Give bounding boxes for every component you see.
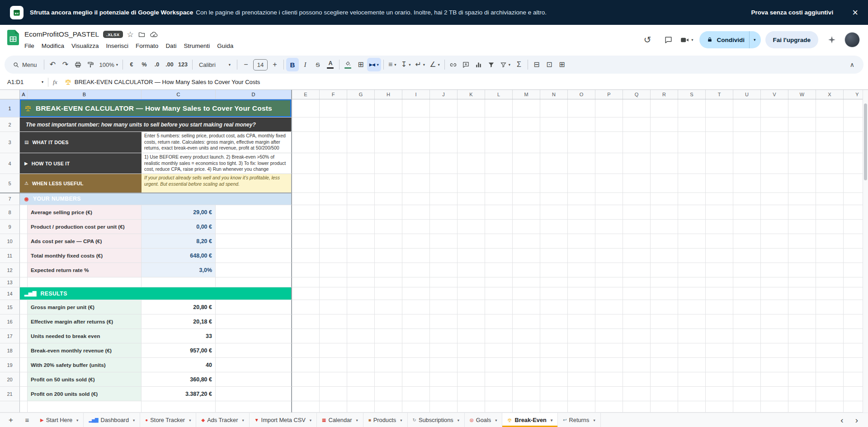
row-header-18[interactable]: 18 [0,343,20,358]
chevron-down-icon[interactable]: ▾ [400,418,402,422]
scroll-cells-row-3[interactable] [292,132,868,153]
scroll-cells-row-15[interactable] [292,300,868,314]
zoom-select[interactable]: 100%▾ [97,58,121,71]
upgrade-button[interactable]: Fai l'upgrade [765,31,818,48]
scroll-cells-row-8[interactable] [292,205,868,220]
column-header-H[interactable]: H [375,90,402,99]
paint-format-button[interactable] [85,58,97,71]
cell-D12[interactable] [216,263,292,277]
font-select[interactable]: Calibri▾ [195,58,235,71]
cell-D19[interactable] [216,358,292,372]
scroll-cells-row-5[interactable] [292,174,868,193]
row-header-11[interactable]: 11 [0,249,20,263]
scroll-cells-row-21[interactable] [292,387,868,401]
cell-B16[interactable]: Effective margin after returns (€) [28,314,142,329]
undo-button[interactable]: ↶ [47,58,59,71]
chevron-down-icon[interactable]: ▾ [458,418,459,422]
font-size-input[interactable]: 14 [253,59,268,70]
scroll-cells-row-12[interactable] [292,263,868,277]
scroll-cells-row-17[interactable] [292,329,868,343]
document-title[interactable]: EcomProfitOS_PASTEL [24,30,99,38]
column-header-P[interactable]: P [595,90,623,99]
row-header-17[interactable]: 17 [0,329,20,343]
menu-modifica[interactable]: Modifica [38,41,68,51]
cell-C5[interactable]: If your product already sells well and y… [142,174,292,193]
cell-A21[interactable] [20,387,28,401]
row-header-8[interactable]: 8 [0,205,20,220]
horizontal-align-button[interactable]: ≡▾ [386,58,399,71]
column-header-F[interactable]: F [320,90,347,99]
cell-D21[interactable] [216,387,292,401]
cell-D18[interactable] [216,343,292,358]
redo-button[interactable]: ↷ [59,58,72,71]
cell-B19[interactable]: With 20% safety buffer (units) [28,358,142,372]
dropdown-chip-button[interactable]: ⊞ [556,58,568,71]
scroll-cells-row-18[interactable] [292,343,868,358]
menu-visualizza[interactable]: Visualizza [68,41,103,51]
row-header-3[interactable]: 3 [0,132,20,153]
cell-D9[interactable] [216,220,292,234]
cell-A20[interactable] [20,372,28,387]
cell-D15[interactable] [216,300,292,314]
chevron-down-icon[interactable]: ▾ [356,418,358,422]
menu-formato[interactable]: Formato [132,41,162,51]
column-header-O[interactable]: O [568,90,595,99]
cell-D8[interactable] [216,205,292,220]
cell-A2-D2[interactable]: The most important number: how many unit… [20,117,292,132]
avatar[interactable] [844,32,860,47]
row-header-12[interactable]: 12 [0,263,20,277]
cell-A18[interactable] [20,343,28,358]
scroll-cells-row-4[interactable] [292,153,868,174]
column-header-D[interactable]: D [216,90,292,99]
cell-C13[interactable] [142,277,216,287]
row-header-19[interactable]: 19 [0,358,20,372]
share-menu-caret[interactable]: ▾ [749,31,761,48]
cell-B8[interactable]: Average selling price (€) [28,205,142,220]
sheet-tab-calendar[interactable]: ▦Calendar▾ [317,413,363,427]
chevron-down-icon[interactable]: ▾ [310,418,311,422]
insert-chart-button[interactable] [472,58,485,71]
column-header-U[interactable]: U [733,90,761,99]
sheet-tab-break-even[interactable]: Break-Even▾ [502,413,558,427]
cell-B11[interactable]: Total monthly fixed costs (€) [28,249,142,263]
cell-A16[interactable] [20,314,28,329]
cell-C12[interactable]: 3,0% [142,263,216,277]
cell-A8[interactable] [20,205,28,220]
chevron-down-icon[interactable]: ▾ [189,418,191,422]
scroll-cells-row-11[interactable] [292,249,868,263]
more-formats-button[interactable]: 123 [176,58,190,71]
decrease-decimals-button[interactable]: .0 [151,58,163,71]
cell-C20[interactable]: 360,80 € [142,372,216,387]
row-header-20[interactable]: 20 [0,372,20,387]
cell-A11[interactable] [20,249,28,263]
formula-input[interactable]: BREAK-EVEN CALCULATOR — How Many Sales t… [65,79,260,85]
share-button[interactable]: Condividi ▾ [699,31,760,48]
meet-button[interactable]: ▾ [680,35,693,45]
toolbar-menus-button[interactable]: Menu [8,58,42,71]
column-header-G[interactable]: G [347,90,375,99]
sheet-tab-store-tracker[interactable]: ●Store Tracker▾ [140,413,196,427]
scroll-cells-row-10[interactable] [292,234,868,249]
column-header-X[interactable]: X [816,90,844,99]
sheet-tab-start-here[interactable]: ▶Start Here▾ [35,413,84,427]
column-header-J[interactable]: J [430,90,458,99]
row-header-21[interactable]: 21 [0,387,20,401]
add-sheet-button[interactable]: + [3,413,19,427]
row-header-14[interactable]: 14 [0,287,20,300]
borders-button[interactable]: ⊞ [354,58,367,71]
cell-C17[interactable]: 33 [142,329,216,343]
scroll-cells-row-7[interactable] [292,193,868,205]
insert-comment-button[interactable] [460,58,472,71]
cell-filler[interactable] [142,401,216,413]
cell-C11[interactable]: 648,00 € [142,249,216,263]
sheet-tab-subscriptions[interactable]: ↻Subscriptions▾ [408,413,465,427]
column-header-S[interactable]: S [678,90,706,99]
cell-C15[interactable]: 20,80 € [142,300,216,314]
fill-color-button[interactable] [342,58,354,71]
hide-toolbar-button[interactable]: ∧ [850,61,860,68]
cell-filler[interactable] [28,401,142,413]
comments-button[interactable] [659,31,677,49]
menu-guida[interactable]: Guida [213,41,237,51]
sheet-tab-dashboard[interactable]: ▂▅▇Dashboard▾ [84,413,140,427]
bold-button[interactable]: B [286,58,299,71]
